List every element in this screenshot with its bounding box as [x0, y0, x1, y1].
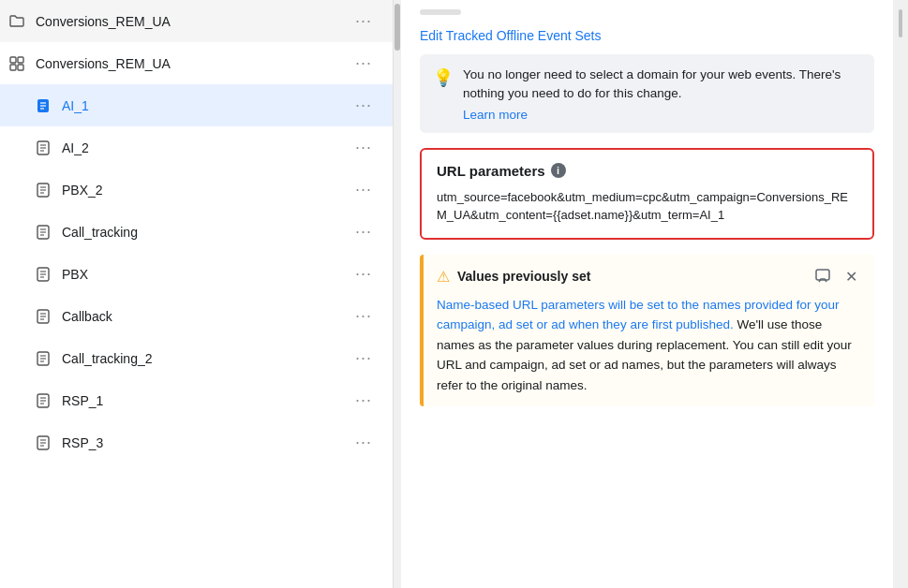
- main-content: Edit Tracked Offline Event Sets 💡 You no…: [401, 0, 893, 588]
- values-previously-set-box: ⚠ Values previously set ✕ Name-based URL…: [420, 255, 874, 407]
- sidebar-item-label-pbx-2: PBX_2: [62, 183, 350, 198]
- sidebar-item-icon-conversions-rem-ua-top: [7, 12, 26, 31]
- sidebar-item-label-call-tracking: Call_tracking: [62, 225, 350, 240]
- svg-rect-0: [10, 57, 16, 63]
- bulb-icon: 💡: [433, 67, 454, 88]
- sidebar-item-icon-conversions-rem-ua-sub: [7, 54, 26, 73]
- url-params-info-icon[interactable]: i: [551, 163, 566, 178]
- right-edge-handle: [893, 0, 908, 588]
- svg-rect-3: [18, 65, 23, 70]
- sidebar-item-label-conversions-rem-ua-top: Conversions_REM_UA: [36, 14, 350, 29]
- url-params-header: URL parameters i: [437, 163, 857, 179]
- sidebar-item-icon-rsp-1: [34, 391, 52, 410]
- sidebar-item-icon-call-tracking: [34, 223, 52, 242]
- sidebar-item-label-ai-2: AI_2: [62, 140, 350, 155]
- sidebar-item-more-rsp-3[interactable]: ···: [350, 431, 378, 454]
- sidebar-item-rsp-1[interactable]: RSP_1 ···: [0, 379, 393, 421]
- sidebar-item-call-tracking-2[interactable]: Call_tracking_2 ···: [0, 337, 393, 379]
- sidebar-item-label-pbx: PBX: [62, 267, 350, 282]
- url-params-title: URL parameters: [437, 163, 545, 179]
- sidebar-item-conversions-rem-ua-top[interactable]: Conversions_REM_UA ···: [0, 0, 393, 42]
- sidebar-item-label-callback: Callback: [62, 309, 350, 324]
- right-handle-bar: [899, 9, 902, 37]
- sidebar-item-rsp-3[interactable]: RSP_3 ···: [0, 421, 393, 463]
- sidebar-item-label-rsp-3: RSP_3: [62, 435, 350, 450]
- sidebar-item-more-call-tracking[interactable]: ···: [350, 220, 378, 243]
- sidebar-item-call-tracking[interactable]: Call_tracking ···: [0, 211, 393, 253]
- svg-rect-2: [10, 65, 16, 70]
- sidebar: Conversions_REM_UA ··· Conversions_REM_U…: [0, 0, 394, 588]
- sidebar-item-more-pbx-2[interactable]: ···: [350, 178, 378, 201]
- sidebar-item-icon-rsp-3: [34, 434, 52, 452]
- sidebar-item-icon-callback: [34, 307, 52, 326]
- svg-rect-1: [18, 57, 23, 63]
- top-tab-indicator: [420, 9, 461, 15]
- edit-tracked-link[interactable]: Edit Tracked Offline Event Sets: [420, 28, 874, 43]
- sidebar-item-more-pbx[interactable]: ···: [350, 262, 378, 286]
- sidebar-item-more-ai-1[interactable]: ···: [350, 94, 378, 117]
- info-box-text: You no longer need to select a domain fo…: [463, 66, 861, 104]
- sidebar-item-icon-ai-2: [34, 139, 52, 157]
- learn-more-link[interactable]: Learn more: [463, 108, 528, 122]
- sidebar-item-more-call-tracking-2[interactable]: ···: [350, 346, 378, 370]
- sidebar-item-ai-1[interactable]: AI_1 ···: [0, 84, 393, 126]
- sidebar-item-more-conversions-rem-ua-top[interactable]: ···: [350, 9, 378, 33]
- sidebar-item-pbx[interactable]: PBX ···: [0, 253, 393, 295]
- sidebar-item-conversions-rem-ua-sub[interactable]: Conversions_REM_UA ···: [0, 42, 393, 84]
- sidebar-item-icon-ai-1: [34, 96, 52, 115]
- sidebar-item-pbx-2[interactable]: PBX_2 ···: [0, 169, 393, 211]
- sidebar-scroll-thumb[interactable]: [394, 4, 400, 51]
- sidebar-item-icon-pbx-2: [34, 181, 52, 199]
- values-box-title: Values previously set: [457, 269, 804, 284]
- values-box-close-button[interactable]: ✕: [841, 266, 861, 287]
- values-box-text: Name-based URL parameters will be set to…: [437, 295, 861, 396]
- sidebar-item-label-ai-1: AI_1: [62, 98, 350, 113]
- url-params-section: URL parameters i utm_source=facebook&utm…: [420, 148, 874, 240]
- sidebar-item-icon-pbx: [34, 265, 52, 284]
- info-box: 💡 You no longer need to select a domain …: [420, 54, 874, 133]
- sidebar-item-label-call-tracking-2: Call_tracking_2: [62, 351, 350, 366]
- sidebar-item-icon-call-tracking-2: [34, 349, 52, 368]
- sidebar-item-label-conversions-rem-ua-sub: Conversions_REM_UA: [36, 56, 350, 71]
- sidebar-item-callback[interactable]: Callback ···: [0, 295, 393, 337]
- sidebar-item-label-rsp-1: RSP_1: [62, 393, 350, 408]
- sidebar-item-more-conversions-rem-ua-sub[interactable]: ···: [350, 51, 378, 75]
- url-params-value: utm_source=facebook&utm_medium=cpc&utm_c…: [437, 188, 857, 225]
- values-box-header: ⚠ Values previously set ✕: [437, 266, 861, 287]
- values-box-message-button[interactable]: [811, 267, 834, 286]
- sidebar-item-more-rsp-1[interactable]: ···: [350, 389, 378, 412]
- warning-icon: ⚠: [437, 268, 450, 286]
- sidebar-scroll-track[interactable]: [394, 0, 401, 588]
- sidebar-item-more-callback[interactable]: ···: [350, 304, 378, 328]
- info-box-content: You no longer need to select a domain fo…: [463, 66, 861, 122]
- sidebar-item-more-ai-2[interactable]: ···: [350, 136, 378, 159]
- sidebar-item-ai-2[interactable]: AI_2 ···: [0, 126, 393, 169]
